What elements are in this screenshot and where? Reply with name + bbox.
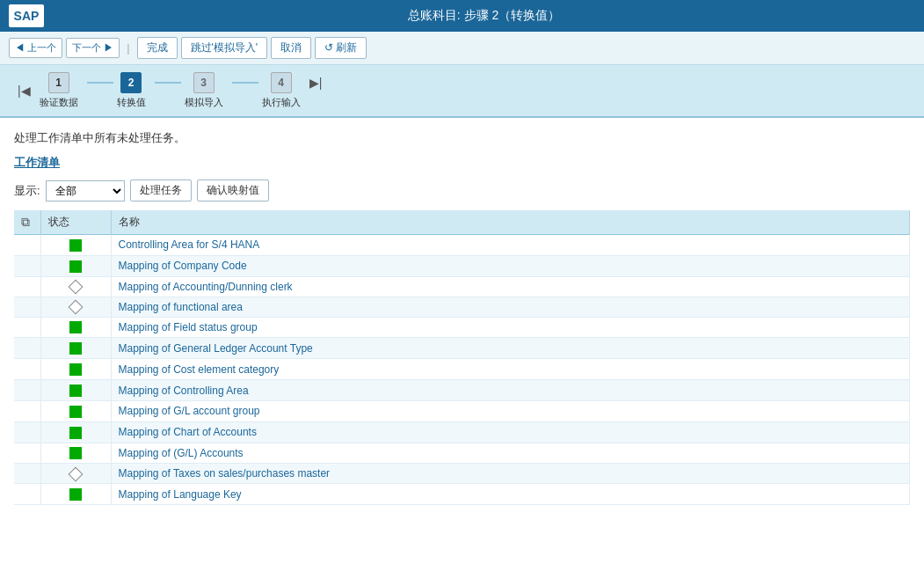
row-copy-cell (14, 297, 40, 317)
step-connector-2 (155, 82, 181, 84)
refresh-button[interactable]: ↺ 刷新 (315, 37, 367, 59)
filter-select[interactable]: 全部 未处理 已完成 (46, 180, 125, 201)
table-row: Mapping of (G/L) Accounts (14, 443, 910, 464)
content-area: 处理工作清单中所有未处理任务。 工作清单 显示: 全部 未处理 已完成 处理任务… (0, 118, 924, 517)
row-name-link[interactable]: Mapping of functional area (119, 301, 243, 313)
row-status-cell (40, 443, 111, 464)
row-status-cell (40, 297, 111, 317)
row-name-link[interactable]: Mapping of Field status group (119, 321, 258, 333)
step-connector-1 (87, 82, 113, 84)
row-copy-cell (14, 255, 40, 276)
step-2: 2 转换值 (117, 72, 146, 109)
prev-button[interactable]: ◀ 上一个 (9, 38, 62, 58)
toolbar: ◀ 上一个 下一个 ▶ | 完成 跳过'模拟导入' 取消 ↺ 刷新 (0, 32, 924, 65)
row-copy-cell (14, 338, 40, 359)
table-row: Mapping of functional area (14, 297, 910, 317)
steps-bar: |◀ 1 验证数据 2 转换值 3 模拟导入 4 执行输入 ▶| (0, 65, 924, 118)
status-green-icon (69, 239, 82, 252)
next-button[interactable]: 下一个 ▶ (66, 38, 120, 58)
row-name-cell[interactable]: Mapping of Cost element category (111, 359, 910, 380)
confirm-mapping-button[interactable]: 确认映射值 (197, 179, 269, 201)
row-name-link[interactable]: Mapping of Cost element category (119, 363, 280, 376)
row-copy-cell (14, 276, 40, 297)
status-green-icon (69, 385, 82, 397)
table-row: Mapping of Field status group (14, 317, 910, 338)
row-status-cell (40, 359, 111, 380)
row-name-cell[interactable]: Mapping of General Ledger Account Type (111, 338, 910, 359)
process-task-button[interactable]: 处理任务 (130, 179, 192, 201)
complete-button[interactable]: 完成 (137, 37, 178, 59)
row-copy-cell (14, 484, 40, 505)
step-1-label: 验证数据 (40, 96, 78, 109)
table-row: Controlling Area for S/4 HANA (14, 235, 910, 256)
row-name-link[interactable]: Mapping of (G/L) Accounts (119, 447, 244, 459)
step-4-num: 4 (271, 72, 292, 93)
step-1-num: 1 (48, 72, 69, 93)
table-row: Mapping of Cost element category (14, 359, 910, 380)
row-status-cell (40, 400, 111, 421)
row-name-link[interactable]: Mapping of Language Key (119, 488, 242, 501)
table-header-row: ⧉ 状态 名称 (14, 210, 910, 235)
step-1: 1 验证数据 (40, 72, 78, 109)
row-name-cell[interactable]: Mapping of Taxes on sales/purchases mast… (111, 464, 910, 484)
step-4: 4 执行输入 (262, 72, 301, 109)
status-green-icon (69, 260, 82, 273)
status-green-icon (69, 363, 82, 376)
row-name-cell[interactable]: Mapping of Company Code (111, 255, 910, 276)
col-header-status: 状态 (40, 210, 111, 235)
table-row: Mapping of G/L account group (14, 400, 910, 421)
table-row: Mapping of General Ledger Account Type (14, 338, 910, 359)
row-copy-cell (14, 235, 40, 256)
step-4-label: 执行输入 (262, 96, 301, 109)
row-name-cell[interactable]: Mapping of Chart of Accounts (111, 421, 910, 443)
filter-bar: 显示: 全部 未处理 已完成 处理任务 确认映射值 (14, 179, 910, 201)
row-name-cell[interactable]: Mapping of Language Key (111, 484, 910, 505)
row-status-cell (40, 484, 111, 505)
row-name-link[interactable]: Mapping of Taxes on sales/purchases mast… (119, 467, 331, 480)
step-3: 3 模拟导入 (185, 72, 223, 109)
table-row: Mapping of Language Key (14, 484, 910, 505)
status-green-icon (69, 321, 82, 333)
row-name-cell[interactable]: Mapping of G/L account group (111, 400, 910, 421)
status-green-icon (69, 342, 82, 355)
table-row: Mapping of Company Code (14, 255, 910, 276)
sap-logo: SAP (9, 4, 44, 27)
row-status-cell (40, 380, 111, 401)
row-name-link[interactable]: Controlling Area for S/4 HANA (119, 238, 260, 251)
row-name-cell[interactable]: Mapping of Field status group (111, 317, 910, 338)
cancel-button[interactable]: 取消 (271, 37, 311, 59)
table-row: Mapping of Accounting/Dunning clerk (14, 276, 910, 297)
table-row: Mapping of Taxes on sales/purchases mast… (14, 464, 910, 484)
table-row: Mapping of Controlling Area (14, 380, 910, 401)
table-row: Mapping of Chart of Accounts (14, 421, 910, 443)
steps-start-arrow: |◀ (18, 84, 31, 98)
worklist-table: ⧉ 状态 名称 Controlling Area for S/4 HANAMap… (14, 210, 910, 505)
row-name-link[interactable]: Mapping of General Ledger Account Type (119, 342, 313, 355)
row-status-cell (40, 464, 111, 484)
row-name-cell[interactable]: Mapping of (G/L) Accounts (111, 443, 910, 464)
row-status-cell (40, 276, 111, 297)
page-title: 总账科目: 步骤 2（转换值） (53, 8, 915, 24)
row-copy-cell (14, 400, 40, 421)
step-3-num: 3 (193, 72, 215, 93)
simulate-button[interactable]: 跳过'模拟导入' (181, 37, 268, 59)
row-name-link[interactable]: Mapping of Chart of Accounts (119, 426, 257, 438)
top-bar: SAP 总账科目: 步骤 2（转换值） (0, 0, 924, 32)
row-copy-cell (14, 421, 40, 443)
row-name-link[interactable]: Mapping of Controlling Area (119, 385, 249, 397)
row-name-link[interactable]: Mapping of Accounting/Dunning clerk (119, 281, 293, 293)
row-name-cell[interactable]: Controlling Area for S/4 HANA (111, 235, 910, 256)
row-name-link[interactable]: Mapping of G/L account group (119, 405, 260, 417)
row-name-cell[interactable]: Mapping of functional area (111, 297, 910, 317)
row-status-cell (40, 255, 111, 276)
status-green-icon (69, 427, 82, 439)
row-name-cell[interactable]: Mapping of Accounting/Dunning clerk (111, 276, 910, 297)
status-diamond-icon (69, 280, 84, 295)
row-copy-cell (14, 464, 40, 484)
row-copy-cell (14, 443, 40, 464)
row-name-cell[interactable]: Mapping of Controlling Area (111, 380, 910, 401)
row-name-link[interactable]: Mapping of Company Code (119, 260, 247, 272)
row-copy-cell (14, 359, 40, 380)
status-green-icon (69, 488, 82, 501)
col-header-copy: ⧉ (14, 210, 40, 235)
